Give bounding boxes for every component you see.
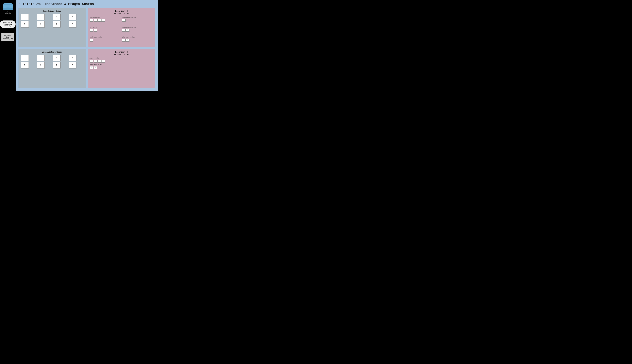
service-name: Other Social Services — [90, 64, 102, 66]
service-group: Inventory Service1234 — [90, 16, 121, 25]
game-gateway-box: GameGatewayNodes 12345678 — [18, 8, 86, 47]
game-gateway-node: 4 — [69, 14, 76, 20]
social-gateway-node: 4 — [69, 54, 76, 61]
service-node: 1 — [90, 29, 93, 32]
service-node: 1 — [122, 29, 126, 32]
main-title: Multiple AWS instances & Pragma Shards — [18, 2, 155, 6]
game-gateway-node: 3 — [53, 14, 60, 20]
service-nodes: 1234 — [90, 60, 105, 62]
service-group: Other Social Services12 — [90, 64, 154, 69]
social-gateway-node: 3 — [53, 54, 60, 61]
service-name: Other Game Services — [122, 36, 135, 38]
service-node: 2 — [126, 29, 130, 32]
service-nodes: 1234 — [90, 19, 105, 22]
game-gateway-node: 6 — [37, 21, 44, 28]
social-gateway-node: 5 — [21, 62, 29, 68]
service-name: Match Lifecycle Service — [122, 26, 136, 28]
service-group: Matchmaking Service1 — [90, 36, 121, 45]
service-group: Other Game Services12 — [122, 36, 153, 45]
service-node: 1 — [122, 39, 126, 42]
service-node: 4 — [101, 19, 105, 22]
service-node: 1 — [90, 66, 93, 69]
left-panel: 42 load test clients game server populat… — [0, 0, 16, 91]
service-name: Inventory Service — [90, 16, 100, 18]
social-gateway-node: 1 — [21, 54, 29, 61]
service-nodes: 12 — [122, 29, 130, 32]
population-box: game server population 1,007,999 players — [0, 20, 16, 28]
game-gateway-node: 7 — [53, 21, 60, 28]
service-name: Party Service — [90, 26, 98, 28]
game-gateway-node: 1 — [21, 14, 29, 20]
service-node: 2 — [94, 19, 97, 22]
service-name: Matchmaking Service — [90, 36, 102, 38]
service-node: 1 — [122, 19, 126, 22]
content-area: GameGatewayNodes 12345678 Distributed Se… — [18, 8, 155, 88]
game-gateway-node: 2 — [37, 14, 44, 20]
service-group: Account Service1234 — [90, 57, 154, 62]
db-cylinder — [3, 3, 13, 10]
social-gateway-grid: 12345678 — [21, 54, 84, 68]
db-label: 42 load test clients — [5, 11, 11, 14]
dist-game-box: Distributed Services Nodes Inventory Ser… — [88, 8, 155, 47]
service-node: 3 — [98, 19, 101, 22]
social-gateway-box: SocialGatewayNodes 12345678 — [18, 49, 86, 88]
game-gateway-node: 5 — [21, 21, 29, 28]
service-nodes: 1 — [122, 19, 126, 22]
game-gateway-grid: 12345678 — [21, 14, 84, 28]
service-node: 2 — [94, 29, 97, 32]
main-container: Multiple AWS instances & Pragma Shards G… — [16, 0, 158, 91]
service-group: Party Service12 — [90, 26, 121, 35]
service-name: Match Capacity Service — [122, 16, 136, 18]
social-gateway-title: SocialGatewayNodes — [42, 51, 62, 53]
social-gateway-node: 6 — [37, 62, 44, 68]
service-group: Match Capacity Service1 — [122, 16, 153, 25]
service-node: 2 — [94, 66, 97, 69]
dist-social-grid: Account Service1234Other Social Services… — [90, 57, 154, 86]
service-node: 4 — [101, 60, 105, 62]
dist-game-title: Distributed Services Nodes — [90, 10, 154, 15]
population-title: game server population — [2, 22, 14, 25]
service-node: 1 — [90, 19, 93, 22]
alb-box: Application Load Balancer (ALB) — [1, 33, 14, 41]
service-name: Account Service — [90, 57, 99, 59]
service-nodes: 12 — [122, 39, 130, 42]
game-gateway-title: GameGatewayNodes — [43, 10, 61, 12]
service-node: 1 — [90, 39, 93, 42]
dist-social-title: Distributed Services Nodes — [90, 51, 154, 56]
service-node: 3 — [98, 60, 101, 62]
dist-social-box: Distributed Services Nodes Account Servi… — [88, 49, 155, 88]
service-nodes: 1 — [90, 39, 93, 42]
service-nodes: 12 — [90, 66, 97, 69]
alb-title: Application Load Balancer (ALB) — [2, 35, 13, 40]
population-sub: 1,007,999 players — [2, 25, 14, 27]
service-node: 1 — [90, 60, 93, 62]
service-group: Match Lifecycle Service12 — [122, 26, 153, 35]
service-node: 2 — [126, 39, 130, 42]
social-gateway-node: 7 — [53, 62, 60, 68]
service-nodes: 12 — [90, 29, 97, 32]
game-gateway-node: 8 — [69, 21, 76, 28]
social-gateway-node: 2 — [37, 54, 44, 61]
dist-game-grid: Inventory Service1234Match Capacity Serv… — [90, 16, 154, 45]
service-node: 2 — [94, 60, 97, 62]
social-gateway-node: 8 — [69, 62, 76, 68]
